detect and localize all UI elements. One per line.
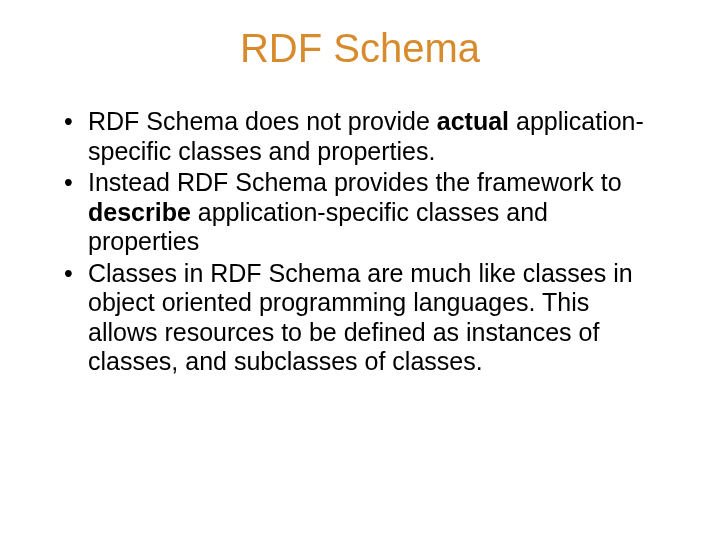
bullet-text-bold: describe	[88, 198, 191, 226]
bullet-text-bold: actual	[437, 107, 509, 135]
list-item: Classes in RDF Schema are much like clas…	[60, 259, 660, 377]
slide-title: RDF Schema	[60, 26, 660, 71]
bullet-text-pre: RDF Schema does not provide	[88, 107, 437, 135]
list-item: RDF Schema does not provide actual appli…	[60, 107, 660, 166]
slide: RDF Schema RDF Schema does not provide a…	[0, 0, 720, 540]
bullet-list: RDF Schema does not provide actual appli…	[60, 107, 660, 377]
bullet-text-pre: Instead RDF Schema provides the framewor…	[88, 168, 622, 196]
list-item: Instead RDF Schema provides the framewor…	[60, 168, 660, 257]
bullet-text-pre: Classes in RDF Schema are much like clas…	[88, 259, 633, 376]
